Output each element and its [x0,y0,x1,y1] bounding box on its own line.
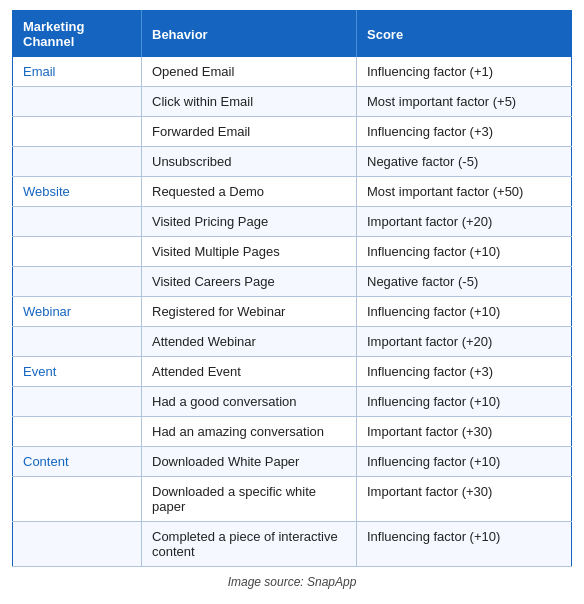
table-header-row: Marketing Channel Behavior Score [13,11,572,58]
header-behavior: Behavior [142,11,357,58]
channel-cell [13,267,142,297]
score-cell: Influencing factor (+3) [357,117,572,147]
behavior-cell: Attended Event [142,357,357,387]
table-row: WebsiteRequested a DemoMost important fa… [13,177,572,207]
behavior-cell: Visited Multiple Pages [142,237,357,267]
behavior-cell: Unsubscribed [142,147,357,177]
table-row: WebinarRegistered for WebinarInfluencing… [13,297,572,327]
channel-cell [13,327,142,357]
channel-cell [13,522,142,567]
score-cell: Influencing factor (+10) [357,297,572,327]
table-row: Downloaded a specific white paperImporta… [13,477,572,522]
behavior-cell: Downloaded a specific white paper [142,477,357,522]
table-row: ContentDownloaded White PaperInfluencing… [13,447,572,477]
channel-cell [13,417,142,447]
table-row: Completed a piece of interactive content… [13,522,572,567]
scoring-table: Marketing Channel Behavior Score EmailOp… [12,10,572,567]
channel-cell: Event [13,357,142,387]
table-row: Had an amazing conversationImportant fac… [13,417,572,447]
behavior-cell: Requested a Demo [142,177,357,207]
channel-cell: Website [13,177,142,207]
behavior-cell: Had a good conversation [142,387,357,417]
header-channel: Marketing Channel [13,11,142,58]
channel-cell: Email [13,57,142,87]
channel-cell [13,87,142,117]
table-row: Visited Pricing PageImportant factor (+2… [13,207,572,237]
table-row: Attended WebinarImportant factor (+20) [13,327,572,357]
table-row: Had a good conversationInfluencing facto… [13,387,572,417]
table-row: Visited Multiple PagesInfluencing factor… [13,237,572,267]
score-cell: Negative factor (-5) [357,267,572,297]
table-row: EmailOpened EmailInfluencing factor (+1) [13,57,572,87]
behavior-cell: Visited Careers Page [142,267,357,297]
score-cell: Influencing factor (+10) [357,522,572,567]
channel-cell: Webinar [13,297,142,327]
score-cell: Influencing factor (+10) [357,237,572,267]
score-cell: Important factor (+30) [357,417,572,447]
channel-cell: Content [13,447,142,477]
behavior-cell: Visited Pricing Page [142,207,357,237]
behavior-cell: Had an amazing conversation [142,417,357,447]
table-row: Forwarded EmailInfluencing factor (+3) [13,117,572,147]
main-container: Marketing Channel Behavior Score EmailOp… [12,10,572,589]
channel-cell [13,147,142,177]
score-cell: Influencing factor (+10) [357,447,572,477]
table-row: Visited Careers PageNegative factor (-5) [13,267,572,297]
channel-cell [13,387,142,417]
behavior-cell: Attended Webinar [142,327,357,357]
score-cell: Influencing factor (+1) [357,57,572,87]
score-cell: Important factor (+20) [357,327,572,357]
channel-cell [13,477,142,522]
channel-cell [13,237,142,267]
table-row: UnsubscribedNegative factor (-5) [13,147,572,177]
behavior-cell: Registered for Webinar [142,297,357,327]
score-cell: Important factor (+30) [357,477,572,522]
score-cell: Influencing factor (+3) [357,357,572,387]
behavior-cell: Click within Email [142,87,357,117]
score-cell: Influencing factor (+10) [357,387,572,417]
image-caption: Image source: SnapApp [12,575,572,589]
score-cell: Important factor (+20) [357,207,572,237]
score-cell: Most important factor (+50) [357,177,572,207]
table-row: Click within EmailMost important factor … [13,87,572,117]
behavior-cell: Forwarded Email [142,117,357,147]
score-cell: Most important factor (+5) [357,87,572,117]
behavior-cell: Downloaded White Paper [142,447,357,477]
channel-cell [13,207,142,237]
header-score: Score [357,11,572,58]
score-cell: Negative factor (-5) [357,147,572,177]
table-row: EventAttended EventInfluencing factor (+… [13,357,572,387]
channel-cell [13,117,142,147]
behavior-cell: Completed a piece of interactive content [142,522,357,567]
behavior-cell: Opened Email [142,57,357,87]
